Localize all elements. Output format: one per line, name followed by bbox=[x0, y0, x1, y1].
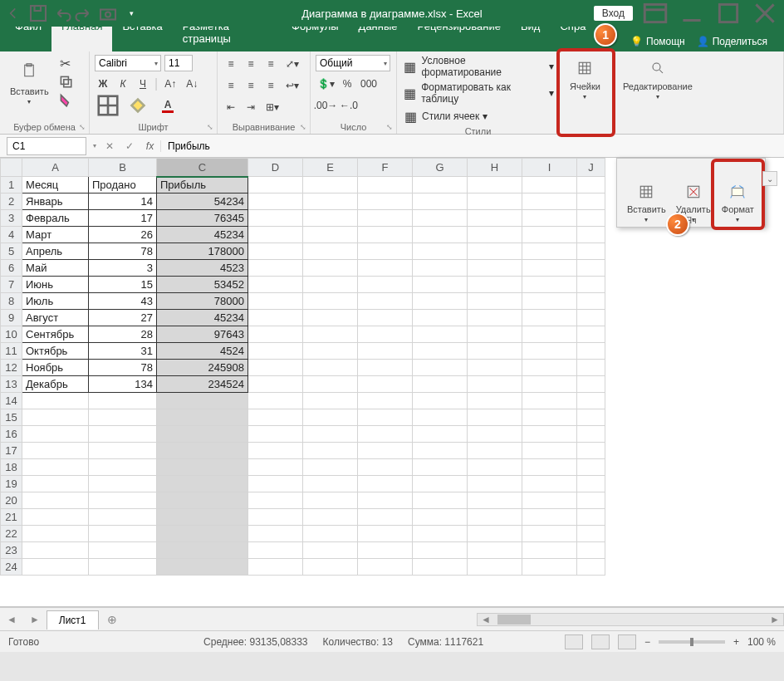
row-header[interactable]: 2 bbox=[1, 194, 22, 210]
cell[interactable] bbox=[22, 476, 89, 492]
cell[interactable] bbox=[89, 526, 157, 542]
cell[interactable] bbox=[468, 310, 522, 326]
cell[interactable] bbox=[358, 243, 413, 260]
view-page-break-icon[interactable] bbox=[618, 634, 636, 649]
cell[interactable] bbox=[468, 393, 522, 409]
cell[interactable] bbox=[248, 526, 303, 542]
cell[interactable] bbox=[577, 509, 605, 526]
cut-icon[interactable]: ✂ bbox=[57, 55, 74, 71]
cell[interactable] bbox=[89, 443, 157, 459]
cell[interactable] bbox=[413, 277, 468, 293]
cell[interactable] bbox=[522, 526, 577, 542]
cell[interactable]: Сентябрь bbox=[22, 326, 89, 343]
cell[interactable] bbox=[22, 443, 89, 459]
number-format-combo[interactable]: Общий bbox=[316, 55, 390, 71]
cell[interactable] bbox=[468, 260, 522, 277]
cell[interactable]: 27 bbox=[89, 310, 157, 326]
orientation-icon[interactable]: ⤢▾ bbox=[282, 55, 302, 73]
cell[interactable] bbox=[522, 393, 577, 409]
row-header[interactable]: 17 bbox=[1, 443, 22, 459]
cell[interactable] bbox=[468, 243, 522, 260]
cell[interactable] bbox=[248, 177, 303, 194]
cell[interactable] bbox=[522, 542, 577, 559]
indent-increase-icon[interactable]: ⇥ bbox=[243, 98, 259, 116]
cell-styles-button[interactable]: ▦Стили ячеек▾ bbox=[402, 108, 554, 125]
cell[interactable] bbox=[248, 509, 303, 526]
cell[interactable] bbox=[358, 326, 413, 343]
cell[interactable] bbox=[358, 343, 413, 360]
cell[interactable] bbox=[89, 393, 157, 409]
decrease-decimal-icon[interactable]: ←.0 bbox=[339, 96, 359, 115]
cell[interactable] bbox=[248, 227, 303, 243]
cell[interactable] bbox=[413, 492, 468, 509]
cell[interactable] bbox=[468, 277, 522, 293]
row-header[interactable]: 12 bbox=[1, 360, 22, 376]
comma-icon[interactable]: 000 bbox=[359, 75, 379, 93]
underline-button[interactable]: Ч bbox=[135, 75, 151, 93]
cell[interactable] bbox=[522, 260, 577, 277]
row-header[interactable]: 1 bbox=[1, 177, 22, 194]
cell[interactable] bbox=[577, 277, 605, 293]
cell[interactable] bbox=[577, 177, 605, 194]
cell[interactable] bbox=[468, 177, 522, 194]
cell[interactable]: 45234 bbox=[157, 227, 248, 243]
cell[interactable] bbox=[358, 426, 413, 443]
cell[interactable] bbox=[303, 343, 358, 360]
col-header[interactable]: G bbox=[413, 159, 468, 177]
cell[interactable] bbox=[468, 409, 522, 426]
cell[interactable] bbox=[522, 492, 577, 509]
minimize-icon[interactable] bbox=[678, 3, 706, 23]
cell[interactable] bbox=[577, 326, 605, 343]
cell[interactable]: Продано bbox=[89, 177, 157, 194]
cell[interactable]: Август bbox=[22, 310, 89, 326]
row-header[interactable]: 22 bbox=[1, 526, 22, 542]
cell[interactable]: Май bbox=[22, 260, 89, 277]
cell[interactable] bbox=[577, 559, 605, 576]
cell[interactable] bbox=[522, 326, 577, 343]
wrap-text-icon[interactable]: ↩▾ bbox=[282, 76, 302, 95]
cell[interactable] bbox=[413, 177, 468, 194]
cell[interactable] bbox=[248, 559, 303, 576]
cell[interactable] bbox=[89, 476, 157, 492]
cell[interactable]: 78 bbox=[89, 360, 157, 376]
cell[interactable] bbox=[577, 360, 605, 376]
cell[interactable] bbox=[522, 426, 577, 443]
cell[interactable] bbox=[248, 277, 303, 293]
row-header[interactable]: 3 bbox=[1, 210, 22, 227]
cell[interactable] bbox=[413, 326, 468, 343]
cell[interactable] bbox=[413, 509, 468, 526]
cell[interactable] bbox=[358, 443, 413, 459]
cell[interactable] bbox=[303, 277, 358, 293]
cell[interactable] bbox=[248, 210, 303, 227]
fill-color-icon[interactable] bbox=[125, 96, 151, 115]
row-header[interactable]: 16 bbox=[1, 426, 22, 443]
cell[interactable] bbox=[358, 227, 413, 243]
cell[interactable] bbox=[303, 426, 358, 443]
cell[interactable] bbox=[358, 492, 413, 509]
zoom-slider[interactable] bbox=[659, 640, 725, 644]
cell[interactable]: 15 bbox=[89, 277, 157, 293]
cell[interactable] bbox=[248, 326, 303, 343]
font-name-combo[interactable]: Calibri bbox=[95, 55, 161, 71]
cell[interactable]: Февраль bbox=[22, 210, 89, 227]
cell[interactable] bbox=[248, 376, 303, 393]
cell[interactable] bbox=[468, 542, 522, 559]
cell[interactable] bbox=[577, 310, 605, 326]
cell[interactable] bbox=[413, 243, 468, 260]
cell[interactable] bbox=[413, 443, 468, 459]
cell[interactable]: Июнь bbox=[22, 277, 89, 293]
format-table-button[interactable]: ▦Форматировать как таблицу▾ bbox=[402, 81, 554, 105]
cell[interactable] bbox=[22, 409, 89, 426]
close-icon[interactable] bbox=[751, 3, 779, 23]
cell[interactable] bbox=[522, 476, 577, 492]
new-sheet-icon[interactable]: ⊕ bbox=[99, 613, 125, 626]
cell[interactable] bbox=[89, 426, 157, 443]
cell[interactable] bbox=[89, 509, 157, 526]
cell[interactable] bbox=[577, 343, 605, 360]
fx-icon[interactable]: fx bbox=[140, 140, 161, 152]
row-header[interactable]: 9 bbox=[1, 310, 22, 326]
cell[interactable] bbox=[413, 559, 468, 576]
cell[interactable] bbox=[522, 443, 577, 459]
cell[interactable] bbox=[522, 227, 577, 243]
cell[interactable]: 78 bbox=[89, 243, 157, 260]
